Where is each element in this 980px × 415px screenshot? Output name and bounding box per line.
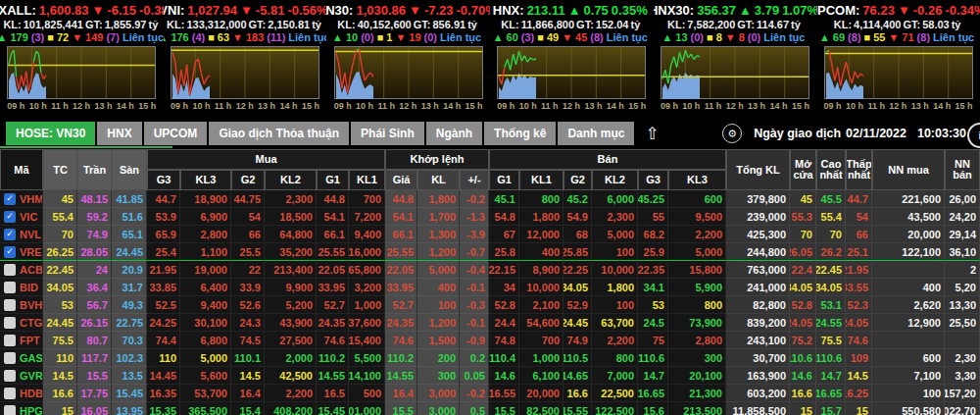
time-label: 13 h <box>94 101 112 111</box>
table-row-VIC[interactable]: ✓VIC55.459.251.653.96,9005418,50054.17,2… <box>0 208 980 226</box>
ticker-symbol[interactable]: GAS <box>20 352 43 364</box>
tab-hnx[interactable]: HNX <box>97 122 141 145</box>
ticker-symbol[interactable]: HDB <box>20 388 43 399</box>
col-header-tc[interactable]: TC <box>43 149 77 190</box>
row-checkbox[interactable] <box>4 370 16 382</box>
table-row-BVH[interactable]: BVH5356.749.352.59,40052.65,20052.71,000… <box>0 296 980 314</box>
table-row-HDB[interactable]: HDB16.617.7515.4516.3553,70016.42,20016.… <box>0 385 980 402</box>
col-header-nn-ban[interactable]: NN bán <box>945 149 980 190</box>
tab-danh-m-c[interactable]: Danh mục <box>558 122 634 145</box>
kl-label: KL: <box>167 19 184 30</box>
ticker-symbol[interactable]: VHM <box>20 193 43 205</box>
ticker-symbol[interactable]: BVH <box>20 299 42 311</box>
table-row-FPT[interactable]: FPT75.580.770.374.46,80074.527,50074.615… <box>0 332 980 349</box>
row-checkbox[interactable] <box>4 405 16 415</box>
price-change: -0.2 <box>460 385 489 402</box>
ticker-symbol[interactable]: CTG <box>20 317 42 329</box>
ticker-symbol[interactable]: FPT <box>20 335 40 346</box>
ticker-cell[interactable]: ✓NVL <box>0 226 43 243</box>
ask-vol-1: 700 <box>519 332 564 349</box>
collapse-arrow-icon[interactable]: ⇧ <box>645 126 659 142</box>
col-header-tran[interactable]: Trần <box>77 149 112 190</box>
table-row-GAS[interactable]: GAS110117.7102.31105,000110.12,000110.25… <box>0 349 980 367</box>
row-checkbox[interactable] <box>4 264 16 276</box>
row-checkbox[interactable]: ✓ <box>4 211 16 223</box>
col-header-thap-nhat[interactable]: Thấp nhất <box>846 149 872 190</box>
col-header-ma[interactable]: Mã <box>0 149 43 190</box>
col-header-mo-cua[interactable]: Mở cửa <box>790 149 816 190</box>
col-header-change[interactable]: +/- <box>460 170 489 190</box>
col-header-mua-g1[interactable]: G1 <box>317 170 349 190</box>
col-header-ban-g2[interactable]: G2 <box>564 170 592 190</box>
table-row-NVL[interactable]: ✓NVL7074.965.165.92,8006664,80066.19,400… <box>0 226 980 243</box>
col-header-ban-kl2[interactable]: KL2 <box>592 170 638 190</box>
col-header-mua-kl1[interactable]: KL1 <box>349 170 385 190</box>
col-header-mua-g3[interactable]: G3 <box>147 170 180 190</box>
ticker-cell[interactable]: ACB <box>0 261 43 279</box>
table-row-CTG[interactable]: CTG24.4526.1522.7524.2530,10024.343,9002… <box>0 314 980 332</box>
row-checkbox[interactable]: ✓ <box>4 246 16 258</box>
row-checkbox[interactable] <box>4 335 16 346</box>
table-row-BID[interactable]: BID34.0536.431.733.856,40033.99,90033.95… <box>0 279 980 296</box>
kl-label: KL: <box>3 19 21 30</box>
col-header-ban-kl1[interactable]: KL1 <box>519 170 564 190</box>
index-change-pct: -0.56% <box>287 3 326 18</box>
ticker-cell[interactable]: ✓VIC <box>0 208 43 226</box>
col-header-cao-nhat[interactable]: Cao nhất <box>816 149 846 190</box>
ticker-cell[interactable]: ✓VHM <box>0 190 43 208</box>
row-checkbox[interactable] <box>4 352 16 364</box>
time-label: 10 h <box>519 101 537 111</box>
col-header-kl[interactable]: KL <box>417 170 460 190</box>
ticker-symbol[interactable]: ACB <box>20 264 43 276</box>
col-header-mua-g2[interactable]: G2 <box>231 170 265 190</box>
ticker-cell[interactable]: GAS <box>0 349 43 367</box>
col-header-ban-kl3[interactable]: KL3 <box>668 170 726 190</box>
bid-vol-2: 27,500 <box>265 332 317 349</box>
row-checkbox[interactable]: ✓ <box>4 193 16 205</box>
col-header-mua-kl3[interactable]: KL3 <box>180 170 231 190</box>
ticker-cell[interactable]: HDB <box>0 385 43 402</box>
bid-vol-2: 35,200 <box>265 243 317 261</box>
col-header-tong-kl[interactable]: Tổng KL <box>726 149 790 190</box>
table-row-HPG[interactable]: HPG1516.0513.9515.35365,50015.4408,20015… <box>0 402 980 415</box>
tab-ph-i-sinh[interactable]: Phái Sinh <box>351 122 424 145</box>
settings-gear-icon[interactable]: ⚙ <box>722 124 742 143</box>
ask-vol-1: 54,600 <box>519 314 564 332</box>
col-header-san[interactable]: Sàn <box>112 149 147 190</box>
ticker-symbol[interactable]: VRE <box>20 246 42 258</box>
ticker-cell[interactable]: CTG <box>0 314 43 332</box>
tab-upcom[interactable]: UPCOM <box>144 122 208 145</box>
ticker-symbol[interactable]: GVR <box>20 370 43 382</box>
table-row-GVR[interactable]: GVR14.515.513.514.455,60014.542,50014.55… <box>0 367 980 385</box>
row-checkbox[interactable] <box>4 282 16 293</box>
col-header-mua-kl2[interactable]: KL2 <box>265 170 317 190</box>
ticker-symbol[interactable]: BID <box>20 282 38 293</box>
row-checkbox[interactable]: ✓ <box>4 229 16 240</box>
table-row-ACB[interactable]: ACB22.452420.921.9519,00022213,40022.056… <box>0 261 980 279</box>
decliners-icon: ▼ <box>888 31 899 43</box>
row-checkbox[interactable] <box>4 317 16 329</box>
table-row-VHM[interactable]: ✓VHM4548.1541.8544.718,90044.752,30044.8… <box>0 190 980 208</box>
col-header-ban-g3[interactable]: G3 <box>638 170 668 190</box>
info-icon[interactable]: i <box>967 123 980 148</box>
tab-hose-vn30[interactable]: HOSE: VN30 <box>6 122 95 145</box>
ticker-cell[interactable]: BVH <box>0 296 43 314</box>
tab-giao-d-ch-th-a-thu-n[interactable]: Giao dịch Thỏa thuận <box>209 122 349 145</box>
ticker-symbol[interactable]: VIC <box>20 211 37 223</box>
ticker-cell[interactable]: GVR <box>0 367 43 385</box>
col-header-gia[interactable]: Giá <box>385 170 417 190</box>
ticker-symbol[interactable]: NVL <box>20 229 41 240</box>
row-checkbox[interactable] <box>4 299 16 311</box>
ticker-cell[interactable]: BID <box>0 279 43 296</box>
col-header-ban-g1[interactable]: G1 <box>489 170 519 190</box>
ticker-cell[interactable]: ✓VRE <box>0 243 43 261</box>
ticker-cell[interactable]: FPT <box>0 332 43 349</box>
table-row-VRE[interactable]: ✓VRE26.2528.0524.4525.41,10025.535,20025… <box>0 243 980 261</box>
index-value: 1,030.86 <box>356 3 406 18</box>
row-checkbox[interactable] <box>4 388 16 399</box>
tab-ng-nh[interactable]: Ngành <box>426 122 482 145</box>
ticker-symbol[interactable]: HPG <box>20 405 43 415</box>
ticker-cell[interactable]: HPG <box>0 402 43 415</box>
tab-th-ng-k-[interactable]: Thống kê <box>484 122 556 145</box>
col-header-nn-mua[interactable]: NN mua <box>872 149 945 190</box>
